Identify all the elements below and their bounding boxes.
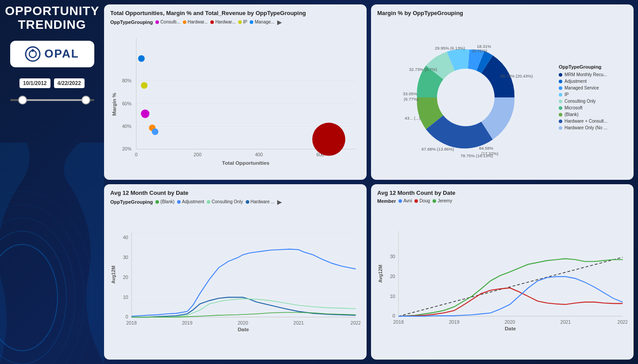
svg-text:43... (...): 43... (...) (405, 116, 420, 120)
svg-text:2021: 2021 (560, 319, 571, 325)
svg-point-0 (0, 244, 58, 351)
logo-box: OPAL (10, 41, 94, 67)
scatter-legend-item-1: Hardwar... (183, 19, 208, 24)
line-opp-chart-area: 0 10 20 30 40 2018 2019 2020 2021 2022 A… (110, 207, 360, 356)
donut-svg: 99.78% (20.43%) 18.31% (3.75%) 29.95% (6… (395, 31, 537, 164)
line-opp-legend-row: OppTypeGrouping (Blank) Adjustment Consu… (110, 198, 360, 205)
line-member-legend-2: Jeremy (433, 198, 452, 203)
scatter-legend-dot-3 (238, 20, 242, 24)
svg-text:80%: 80% (122, 78, 132, 83)
line-opp-svg: 0 10 20 30 40 2018 2019 2020 2021 2022 A… (110, 207, 360, 356)
date-range: 10/1/2012 4/22/2022 (19, 78, 85, 88)
date-end[interactable]: 4/22/2022 (54, 78, 85, 88)
line-member-legend-1: Doug (414, 198, 430, 203)
line-opp-chart-card: Avg 12 Month Count by Date OppTypeGroupi… (104, 184, 367, 360)
svg-text:Total Opportunities: Total Opportunities (222, 160, 270, 166)
svg-text:(6.77%): (6.77%) (404, 97, 418, 101)
svg-text:2021: 2021 (293, 320, 304, 325)
app-title: OPPORTUNITY TRENDING (5, 4, 99, 32)
svg-text:200: 200 (193, 151, 201, 157)
line-opp-dot-3 (246, 200, 249, 204)
svg-text:400: 400 (255, 151, 263, 157)
line-opp-legend-arrow[interactable]: ▶ (277, 198, 282, 205)
svg-point-29 (437, 69, 495, 126)
svg-text:32.73% (6.7%): 32.73% (6.7%) (409, 67, 437, 72)
donut-dot-6 (559, 113, 562, 116)
scatter-chart-area: 20% 40% 60% 80% 0 200 400 600 Margin % T… (110, 27, 360, 176)
svg-point-3 (0, 205, 84, 364)
line-member-dot-1 (414, 199, 418, 203)
donut-dot-3 (559, 93, 562, 97)
donut-dot-5 (559, 106, 562, 110)
line-member-svg: 0 10 20 30 2018 2019 2020 2021 2022 Avg1… (377, 205, 627, 356)
svg-text:2020: 2020 (238, 320, 248, 325)
scatter-chart-title: Total Opportunities, Margin % and Total_… (110, 10, 360, 17)
donut-legend-item-0: MRM Monthly Recu... (559, 72, 627, 77)
svg-point-1 (0, 231, 66, 364)
svg-text:84.58%: 84.58% (479, 146, 494, 151)
svg-text:Date: Date (238, 326, 249, 332)
svg-point-4 (0, 191, 93, 364)
scatter-legend-label: OppTypeGrouping (110, 19, 153, 25)
line-opp-legend-3: Hardware ... (246, 199, 275, 204)
scatter-legend-item-4: Manage... (250, 19, 274, 24)
svg-text:Margin %: Margin % (111, 93, 117, 116)
svg-point-27 (152, 128, 159, 135)
svg-text:0: 0 (126, 314, 128, 319)
svg-point-5 (26, 47, 40, 61)
svg-text:40%: 40% (122, 123, 132, 128)
date-start[interactable]: 10/1/2012 (19, 78, 50, 88)
svg-text:(3.75%): (3.75%) (472, 48, 487, 53)
opal-logo-icon (25, 46, 41, 62)
svg-text:30: 30 (123, 255, 128, 260)
svg-text:2020: 2020 (505, 319, 515, 325)
line-member-dot-0 (398, 199, 402, 203)
svg-point-2 (0, 218, 75, 364)
donut-dot-2 (559, 86, 562, 90)
svg-text:2022: 2022 (350, 320, 360, 325)
date-slider[interactable] (10, 93, 94, 107)
svg-text:20: 20 (390, 273, 395, 279)
scatter-legend-dot-2 (210, 20, 214, 24)
svg-text:Date: Date (505, 325, 516, 331)
line-opp-dot-2 (207, 200, 210, 204)
donut-layout: 99.78% (20.43%) 18.31% (3.75%) 29.95% (6… (377, 19, 627, 176)
donut-dot-0 (559, 73, 562, 77)
donut-dot-1 (559, 80, 562, 83)
scatter-legend-dot-1 (183, 20, 186, 24)
line-member-dot-2 (433, 199, 436, 203)
svg-text:0: 0 (393, 313, 395, 318)
donut-legend-item-4: Consulting Only (559, 99, 627, 104)
donut-legend-item-7: Hardware + Consult... (559, 119, 627, 124)
donut-legend-item-5: Microsoft (559, 105, 627, 110)
scatter-chart-card: Total Opportunities, Margin % and Total_… (104, 4, 367, 180)
line-opp-legend-1: Adjustment (177, 199, 204, 204)
line-member-legend-row: Member Avni Doug Jeremy (377, 198, 627, 204)
scatter-legend-arrow[interactable]: ▶ (277, 19, 282, 26)
line-member-legend-0: Avni (398, 198, 412, 203)
donut-legend: OppTypeGrouping MRM Monthly Recu... Adju… (559, 64, 627, 130)
svg-text:2018: 2018 (126, 320, 137, 325)
donut-legend-item-3: IP (559, 92, 627, 97)
svg-text:2018: 2018 (393, 319, 404, 325)
donut-legend-item-8: Hardware Only (No ... (559, 125, 627, 130)
svg-text:67.68% (13.86%): 67.68% (13.86%) (421, 147, 454, 151)
svg-text:2022: 2022 (617, 319, 627, 325)
scatter-legend-row: OppTypeGrouping Consulti... Hardwar... H… (110, 19, 360, 26)
svg-text:10: 10 (123, 294, 128, 299)
svg-text:20%: 20% (122, 146, 132, 151)
svg-text:30: 30 (390, 254, 395, 259)
sidebar: OPPORTUNITY TRENDING OPAL 10/1/2012 4/22… (0, 0, 104, 364)
svg-point-24 (141, 82, 147, 89)
svg-point-23 (138, 55, 145, 62)
donut-chart-title: Margin % by OppTypeGrouping (377, 10, 627, 17)
line-member-title: Avg 12 Month Count by Date (377, 190, 627, 197)
line-member-chart-card: Avg 12 Month Count by Date Member Avni D… (371, 184, 634, 360)
scatter-legend-item-2: Hardwar... (210, 19, 236, 24)
donut-dot-4 (559, 100, 562, 103)
scatter-legend-dot-0 (155, 20, 159, 24)
svg-line-76 (398, 257, 623, 316)
line-opp-dot-0 (155, 200, 159, 204)
donut-dot-7 (559, 120, 562, 123)
svg-text:20: 20 (123, 274, 128, 279)
